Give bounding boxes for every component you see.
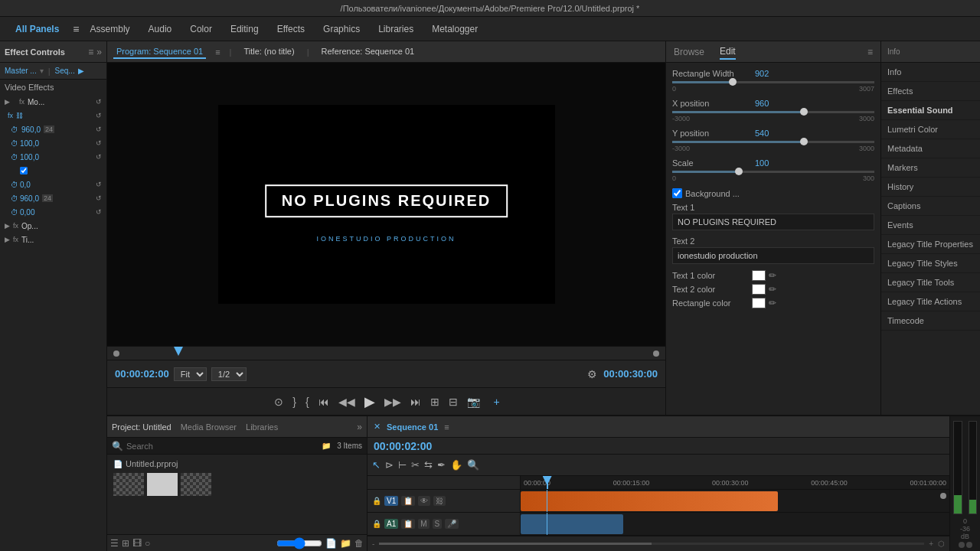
x-pos-slider[interactable] [672,111,874,113]
meter-btn-r[interactable] [966,542,972,548]
mark-out-icon[interactable]: } [291,394,298,409]
flicker-val[interactable]: 0,00 [20,208,34,217]
y-pos-value[interactable]: 540 [755,129,769,138]
hand-icon[interactable]: ✋ [450,459,462,471]
info-item-essential-sound[interactable]: Essential Sound [881,101,980,120]
rect-width-value[interactable]: 902 [755,69,769,78]
info-item-captions[interactable]: Captions [881,197,980,216]
delete-icon[interactable]: 🗑 [354,538,364,549]
anchor-val[interactable]: 960,0 [20,194,39,203]
info-item-timecode[interactable]: Timecode [881,311,980,331]
nav-audio[interactable]: Audio [141,21,180,37]
add-marker-icon[interactable]: + [494,396,500,408]
y-pos-slider[interactable] [672,141,874,143]
info-item-events[interactable]: Events [881,216,980,235]
sequence-close-icon[interactable]: ✕ [374,422,381,432]
v1-toggle-icon[interactable]: 📋 [401,496,415,506]
a1-mic-icon[interactable]: 🎤 [445,519,459,529]
project-expand-icon[interactable]: » [357,422,362,432]
text1-eyedropper-icon[interactable]: ✏ [769,270,776,281]
video-clip[interactable] [521,491,778,511]
monitor-menu-icon[interactable]: ≡ [215,47,220,57]
step-back-icon[interactable]: ◀◀ [337,394,357,409]
loop-icon[interactable]: ○ [145,538,150,549]
info-item-markers[interactable]: Markers [881,158,980,178]
reference-tab[interactable]: Reference: Sequence 01 [318,45,418,59]
new-folder-icon[interactable]: 📁 [322,442,331,450]
graphics-menu-icon[interactable]: ≡ [867,47,873,57]
rot-val[interactable]: 0,0 [20,181,31,189]
nav-all-panels[interactable]: All Panels [8,21,67,37]
expand-icon[interactable]: ▶ [5,98,10,106]
new-folder-btn[interactable]: 📁 [340,538,351,549]
info-item-metadata[interactable]: Metadata [881,139,980,158]
nav-graphics[interactable]: Graphics [315,21,368,37]
filmstrip-icon[interactable]: 🎞 [132,538,142,549]
title-tab[interactable]: Title: (no title) [240,45,297,59]
nav-assembly[interactable]: Assembly [83,21,138,37]
timeline-tab[interactable]: Sequence 01 [387,422,438,432]
scale-slider[interactable] [672,171,874,173]
overwrite-icon[interactable]: ⊟ [447,394,459,409]
playhead-marker[interactable] [174,347,183,356]
v1-chain-icon[interactable]: ⛓ [433,496,446,506]
scale-param-value[interactable]: 100 [755,158,769,168]
reset-rot-icon[interactable]: ↺ [96,181,102,188]
play-button[interactable]: ▶ [363,392,377,412]
expand-time-icon[interactable]: ▶ [5,236,10,243]
grid-view-icon[interactable]: ⊞ [122,538,129,549]
pos1-value[interactable]: 960,0 [21,126,41,134]
info-item-effects[interactable]: Effects [881,82,980,101]
seq-dropdown[interactable]: Seq... [55,67,75,75]
expand-opacity-icon[interactable]: ▶ [5,222,10,230]
current-time-display[interactable]: 00:00:02:00 [115,368,169,380]
info-item-info[interactable]: Info [881,63,980,82]
panel-expand-icon[interactable]: » [96,47,102,57]
a1-toggle-icon[interactable]: 📋 [401,519,415,529]
panel-menu-icon[interactable]: ≡ [88,47,93,57]
rect-width-slider[interactable] [672,81,874,83]
background-checkbox[interactable] [672,188,682,198]
fraction-select[interactable]: 1/2 [211,367,247,381]
a1-mute-icon[interactable]: M [418,519,429,529]
search-input[interactable] [126,442,318,451]
new-item-icon[interactable]: 📄 [325,538,337,549]
camera-icon[interactable]: 📷 [466,394,482,409]
text2-value[interactable]: ionestudio production [672,247,874,264]
list-view-icon[interactable]: ☰ [110,538,119,549]
nav-menu-icon[interactable]: ≡ [73,23,79,35]
audio-clip[interactable] [521,514,623,534]
v1-eye-icon[interactable]: 👁 [418,496,430,506]
info-item-legacy-title-props[interactable]: Legacy Title Properties [881,235,980,254]
program-monitor-tab[interactable]: Program: Sequence 01 [113,45,206,59]
master-dropdown[interactable]: Master ... [5,67,37,75]
reset-anchor-icon[interactable]: ↺ [96,194,102,202]
nav-libraries[interactable]: Libraries [371,21,421,37]
project-tab-main[interactable]: Project: Untitled [112,422,172,432]
info-item-legacy-title-tools[interactable]: Legacy Title Tools [881,273,980,292]
reset-pos1-icon[interactable]: ↺ [96,126,102,133]
reset-scale-icon[interactable]: ↺ [96,139,102,147]
scale-val[interactable]: 100,0 [20,139,39,148]
reset-motion-icon[interactable]: ↺ [96,98,102,106]
reset-flicker-icon[interactable]: ↺ [96,208,102,216]
settings-icon[interactable]: ⚙ [586,367,599,382]
razor-icon[interactable]: ✂ [411,459,420,471]
info-item-legacy-title-styles[interactable]: Legacy Title Styles [881,254,980,273]
timeline-current-time[interactable]: 00:00:02:00 [374,440,432,452]
rect-color-swatch[interactable] [752,298,766,308]
uniform-scale-checkbox[interactable] [20,167,28,174]
zoom-in-icon[interactable]: + [929,540,933,548]
zoom-slider[interactable] [276,537,322,549]
fast-fwd-icon[interactable]: ⏭ [409,394,423,409]
timeline-menu-icon[interactable]: ≡ [444,422,449,432]
mark-in-icon[interactable]: ⊙ [273,394,285,409]
pen-icon[interactable]: ✒ [437,459,446,471]
nav-color[interactable]: Color [182,21,220,37]
nav-effects[interactable]: Effects [270,21,312,37]
ripple-edit-icon[interactable]: ⊢ [398,459,407,471]
v1-lock-icon[interactable]: 🔒 [372,497,381,505]
info-item-history[interactable]: History [881,178,980,197]
step-fwd-icon[interactable]: ▶▶ [383,394,403,409]
scalew-val[interactable]: 100,0 [20,153,39,161]
